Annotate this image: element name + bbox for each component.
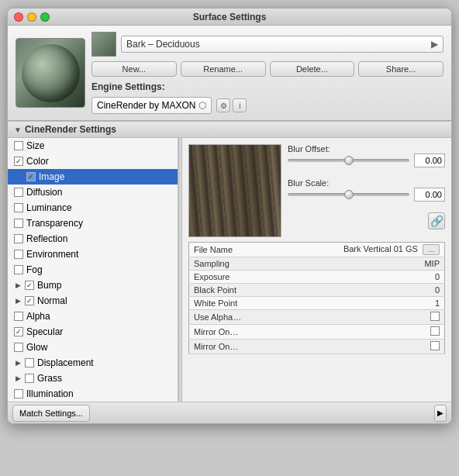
illumination-checkbox[interactable]	[14, 389, 23, 398]
list-item-environment[interactable]: Environment	[8, 247, 178, 262]
list-item-image[interactable]: Image	[8, 169, 178, 185]
blur-offset-slider[interactable]	[288, 159, 409, 162]
match-settings-button[interactable]: Match Settings...	[12, 405, 90, 422]
list-item-luminance[interactable]: Luminance	[8, 200, 178, 216]
blur-scale-slider[interactable]	[288, 193, 409, 196]
sampling-label: Sampling	[189, 257, 251, 271]
mirroron1-checkbox[interactable]	[430, 326, 440, 336]
normal-checkbox[interactable]	[25, 296, 34, 305]
image-label: Image	[39, 171, 64, 182]
table-row-mirroron1: Mirror On…	[189, 325, 445, 340]
blur-offset-value[interactable]: 0.00	[414, 153, 445, 167]
engine-label: Engine Settings:	[91, 81, 165, 92]
normal-expander-icon[interactable]: ▶	[14, 297, 22, 305]
window-title: Surface Settings	[193, 12, 267, 22]
delete-button[interactable]: Delete...	[270, 61, 355, 77]
list-item-diffusion[interactable]: Diffusion	[8, 185, 178, 200]
section-collapse-icon: ▼	[14, 126, 22, 134]
list-item-alpha[interactable]: Alpha	[8, 309, 178, 324]
mirroron2-checkbox[interactable]	[430, 341, 440, 350]
list-item-color[interactable]: Color	[8, 153, 178, 169]
preset-dropdown[interactable]: Bark – Deciduous ▶	[121, 36, 443, 53]
maximize-button[interactable]	[40, 12, 50, 22]
luminance-checkbox[interactable]	[14, 203, 23, 212]
table-row-usealpha: Use Alpha…	[189, 310, 445, 325]
blur-offset-control: Blur Offset: 0.00	[288, 144, 445, 172]
usealpha-value	[251, 310, 445, 325]
transparency-label: Transparency	[26, 218, 83, 229]
mirroron2-label: Mirror On…	[189, 340, 251, 354]
toolbar-right: Bark – Deciduous ▶ New... Rename... Dele…	[91, 32, 443, 114]
grass-expander-icon[interactable]: ▶	[14, 374, 22, 382]
reflection-label: Reflection	[26, 233, 67, 244]
list-item-reflection[interactable]: Reflection	[8, 231, 178, 247]
titlebar: Surface Settings	[8, 9, 451, 26]
environment-checkbox[interactable]	[14, 250, 23, 259]
list-item-illumination[interactable]: Illumination	[8, 386, 178, 402]
blur-offset-thumb[interactable]	[344, 156, 354, 165]
match-settings-arrow-button[interactable]: ▶	[434, 405, 447, 422]
list-item-bump[interactable]: ▶ Bump	[8, 278, 178, 293]
table-row-exposure: Exposure 0	[189, 271, 445, 284]
list-item-displacement[interactable]: ▶ Displacement	[8, 355, 178, 371]
bump-label: Bump	[37, 280, 61, 291]
list-item-specular[interactable]: Specular	[8, 324, 178, 340]
bump-checkbox[interactable]	[25, 281, 34, 290]
settings-icon-button[interactable]: ⚙	[216, 98, 230, 112]
cinrender-section-header[interactable]: ▼ CineRender Settings	[8, 121, 451, 138]
info-icon-button[interactable]: i	[233, 98, 247, 112]
blur-scale-thumb[interactable]	[344, 190, 354, 199]
list-item-transparency[interactable]: Transparency	[8, 216, 178, 231]
list-item-fog[interactable]: Fog	[8, 262, 178, 278]
share-button[interactable]: Share...	[358, 61, 443, 77]
bottom-bar: Match Settings... ▶	[8, 402, 451, 423]
dropdown-arrow-icon: ▶	[431, 39, 438, 50]
image-checkbox[interactable]	[26, 172, 36, 181]
size-label: Size	[26, 140, 44, 151]
diffusion-checkbox[interactable]	[14, 188, 23, 197]
bump-expander-icon[interactable]: ▶	[14, 281, 22, 289]
main-content: Size Color Image Diffusion Luminance	[8, 138, 451, 402]
exposure-value: 0	[251, 271, 445, 284]
fog-checkbox[interactable]	[14, 265, 23, 274]
list-item-normal[interactable]: ▶ Normal	[8, 293, 178, 309]
displacement-expander-icon[interactable]: ▶	[14, 359, 22, 367]
export-area: 🔗	[288, 212, 445, 229]
export-button[interactable]: 🔗	[428, 212, 445, 229]
exposure-label: Exposure	[189, 271, 251, 284]
transparency-checkbox[interactable]	[14, 219, 23, 228]
right-panel: Blur Offset: 0.00 Blur Scale:	[182, 138, 451, 402]
usealpha-checkbox[interactable]	[430, 312, 440, 321]
filename-browse-button[interactable]: …	[423, 244, 440, 255]
rename-button[interactable]: Rename...	[181, 61, 266, 77]
list-item-glow[interactable]: Glow	[8, 340, 178, 355]
displacement-checkbox[interactable]	[25, 358, 34, 367]
color-checkbox[interactable]	[14, 157, 23, 166]
blur-scale-value[interactable]: 0.00	[414, 188, 445, 202]
table-row-filename: File Name Bark Vertical 01 GS …	[189, 243, 445, 257]
engine-dropdown[interactable]: CineRender by MAXON ⬡	[91, 97, 212, 114]
sampling-value: MIP	[251, 257, 445, 271]
grass-label: Grass	[37, 373, 62, 384]
diffusion-label: Diffusion	[26, 187, 62, 198]
cinrender-section-label: CineRender Settings	[25, 124, 116, 135]
alpha-checkbox[interactable]	[14, 312, 23, 321]
mirroron1-label: Mirror On…	[189, 325, 251, 340]
minimize-button[interactable]	[27, 12, 36, 22]
mirroron2-value	[251, 340, 445, 354]
close-button[interactable]	[14, 12, 23, 22]
glow-checkbox[interactable]	[14, 343, 23, 352]
usealpha-label: Use Alpha…	[189, 310, 251, 325]
blur-scale-row: 0.00	[288, 188, 445, 202]
size-checkbox[interactable]	[14, 141, 23, 150]
reflection-checkbox[interactable]	[14, 234, 23, 243]
alpha-label: Alpha	[26, 311, 50, 322]
illumination-label: Illumination	[26, 388, 74, 399]
list-item-grass[interactable]: ▶ Grass	[8, 371, 178, 386]
new-button[interactable]: New...	[91, 61, 177, 77]
blur-controls: Blur Offset: 0.00 Blur Scale:	[288, 144, 445, 237]
list-item-size[interactable]: Size	[8, 138, 178, 153]
specular-checkbox[interactable]	[14, 327, 23, 336]
grass-checkbox[interactable]	[25, 374, 34, 383]
preset-buttons: New... Rename... Delete... Share...	[91, 61, 443, 77]
